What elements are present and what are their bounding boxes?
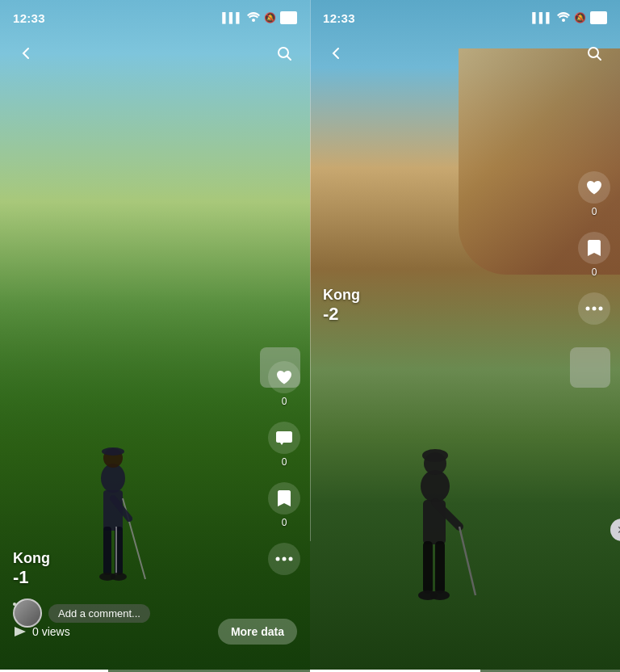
- svg-point-11: [252, 19, 255, 22]
- time-left: 12:33: [13, 11, 45, 25]
- score-left: -1: [13, 567, 297, 588]
- notification-bell-left: 🔕: [264, 12, 276, 23]
- heart-icon-right: [578, 171, 610, 204]
- comment-icon-left: [268, 422, 300, 454]
- play-icon-left: [13, 626, 27, 637]
- more-data-button-left[interactable]: More data: [218, 619, 297, 645]
- status-bar-left: 12:33 ▌▌▌ 🔕 37: [0, 0, 310, 36]
- svg-point-31: [593, 307, 597, 311]
- heart-icon-left: [268, 361, 300, 393]
- time-right: 12:33: [323, 11, 355, 25]
- save-button-left[interactable]: 0: [268, 482, 300, 528]
- svg-point-14: [276, 557, 280, 561]
- svg-point-26: [430, 590, 450, 600]
- bottom-bar-left: 0 views More data: [0, 607, 310, 672]
- user-info-left: Kong -1: [13, 550, 297, 588]
- panel-divider: [310, 0, 311, 541]
- right-panel: 12:33 ▌▌▌ 🔕 37: [310, 0, 620, 672]
- dots-icon-left: [268, 543, 300, 575]
- notification-bell-right: 🔕: [574, 12, 586, 23]
- back-button-right[interactable]: [323, 40, 349, 66]
- svg-point-0: [101, 464, 125, 493]
- bookmark-icon-left: [268, 482, 300, 514]
- right-icons-left: 0 0 0: [268, 361, 300, 575]
- back-button-left[interactable]: [13, 40, 39, 66]
- more-button-left[interactable]: [268, 543, 300, 575]
- svg-point-19: [422, 449, 448, 462]
- username-left: Kong: [13, 550, 297, 567]
- views-text-left: 0 views: [32, 625, 70, 638]
- wifi-right: [557, 12, 570, 24]
- svg-point-15: [283, 557, 287, 561]
- save-button-right[interactable]: 0: [578, 232, 610, 278]
- wifi-left: [247, 12, 260, 24]
- svg-line-29: [597, 57, 601, 61]
- close-icon: ✕: [617, 523, 620, 536]
- nav-bar-left: [0, 36, 310, 71]
- views-info-left: 0 views: [13, 625, 70, 638]
- svg-point-32: [599, 307, 603, 311]
- status-icons-right: ▌▌▌ 🔕 37: [532, 11, 607, 24]
- svg-rect-22: [435, 541, 445, 594]
- video-content-left: Kong -1: [0, 537, 310, 607]
- svg-point-2: [102, 447, 124, 456]
- right-icons-right: 0 0: [578, 171, 610, 325]
- svg-point-27: [562, 19, 565, 22]
- video-content-right: Kong -2: [323, 287, 360, 325]
- comment-button-left[interactable]: 0: [268, 422, 300, 468]
- signal-left: ▌▌▌: [222, 12, 243, 23]
- more-button-right[interactable]: [578, 292, 610, 325]
- like-count-left: 0: [282, 396, 287, 407]
- battery-left: 37: [280, 11, 297, 24]
- dots-icon-right: [578, 292, 610, 325]
- nav-bar-right: [310, 36, 620, 71]
- save-count-left: 0: [282, 517, 287, 528]
- username-right: Kong: [323, 287, 360, 304]
- save-count-right: 0: [592, 267, 597, 278]
- svg-rect-21: [423, 541, 433, 594]
- svg-line-13: [287, 57, 291, 61]
- svg-line-24: [459, 527, 475, 595]
- status-bar-right: 12:33 ▌▌▌ 🔕 37: [310, 0, 620, 36]
- battery-right: 37: [590, 11, 607, 24]
- bookmark-icon-right: [578, 232, 610, 264]
- sticker-right: [570, 347, 610, 388]
- svg-point-30: [586, 307, 590, 311]
- golfer-right: [383, 430, 488, 607]
- signal-right: ▌▌▌: [532, 12, 553, 23]
- like-count-right: 0: [592, 206, 597, 217]
- like-button-left[interactable]: 0: [268, 361, 300, 407]
- left-panel: 12:33 ▌▌▌ 🔕 37: [0, 0, 310, 672]
- like-button-right[interactable]: 0: [578, 171, 610, 217]
- search-button-left[interactable]: [271, 40, 297, 66]
- search-button-right[interactable]: [581, 40, 607, 66]
- comment-count-left: 0: [282, 456, 287, 468]
- status-icons-left: ▌▌▌ 🔕 37: [222, 11, 297, 24]
- score-right: -2: [323, 304, 360, 325]
- svg-point-16: [289, 557, 293, 561]
